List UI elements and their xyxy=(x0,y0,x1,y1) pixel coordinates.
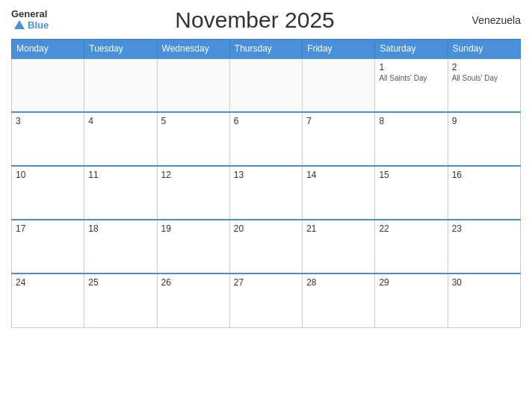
header-saturday: Saturday xyxy=(375,40,448,59)
holiday-label: All Souls' Day xyxy=(452,74,516,82)
day-cell: 6 xyxy=(229,112,302,166)
logo-general: General xyxy=(11,9,47,19)
day-cell: 25 xyxy=(84,274,157,327)
day-number: 19 xyxy=(161,223,226,234)
day-cell xyxy=(157,58,229,112)
day-number: 18 xyxy=(88,223,152,234)
day-number: 30 xyxy=(452,277,516,288)
day-number: 17 xyxy=(16,223,80,234)
day-cell: 15 xyxy=(375,166,448,220)
day-number: 27 xyxy=(234,277,298,288)
svg-marker-0 xyxy=(14,20,25,29)
day-cell: 24 xyxy=(12,274,84,327)
header-tuesday: Tuesday xyxy=(84,40,157,59)
holiday-label: All Saints' Day xyxy=(379,74,443,82)
day-cell: 17 xyxy=(12,220,84,274)
country-label: Venezuela xyxy=(461,14,521,26)
day-number: 20 xyxy=(234,223,298,234)
day-number: 1 xyxy=(379,62,443,72)
day-cell: 23 xyxy=(448,220,520,274)
day-number: 4 xyxy=(88,116,152,126)
logo-icon xyxy=(13,19,26,32)
day-cell: 14 xyxy=(303,166,375,220)
calendar-title: November 2025 xyxy=(49,7,461,33)
day-cell xyxy=(12,58,84,112)
day-cell: 21 xyxy=(303,220,375,274)
day-number: 16 xyxy=(452,170,516,180)
day-number: 23 xyxy=(452,223,516,234)
day-number: 10 xyxy=(16,170,80,180)
week-row-1: 1All Saints' Day2All Souls' Day xyxy=(12,58,521,112)
week-row-4: 17181920212223 xyxy=(12,220,521,274)
day-number: 26 xyxy=(161,277,226,288)
header-thursday: Thursday xyxy=(229,40,302,59)
day-cell: 16 xyxy=(448,166,520,220)
day-cell: 12 xyxy=(157,166,229,220)
day-cell: 9 xyxy=(448,112,520,166)
day-cell: 5 xyxy=(157,112,229,166)
day-number: 7 xyxy=(306,116,371,126)
header-sunday: Sunday xyxy=(448,40,520,59)
day-number: 13 xyxy=(234,170,298,180)
day-number: 14 xyxy=(306,170,371,180)
day-number: 29 xyxy=(379,277,443,288)
day-cell: 8 xyxy=(375,112,448,166)
logo: General Blue xyxy=(11,9,49,32)
day-cell: 18 xyxy=(84,220,157,274)
day-cell: 28 xyxy=(303,274,375,327)
day-number: 21 xyxy=(306,223,371,234)
week-row-2: 3456789 xyxy=(12,112,521,166)
header: General Blue November 2025 Venezuela xyxy=(11,7,521,33)
day-number: 5 xyxy=(161,116,226,126)
day-number: 9 xyxy=(452,116,516,126)
week-row-5: 24252627282930 xyxy=(12,274,521,327)
day-number: 12 xyxy=(161,170,226,180)
day-cell: 3 xyxy=(12,112,84,166)
day-number: 3 xyxy=(16,116,80,126)
day-number: 24 xyxy=(16,277,80,288)
day-cell: 11 xyxy=(84,166,157,220)
day-number: 22 xyxy=(379,223,443,234)
week-row-3: 10111213141516 xyxy=(12,166,521,220)
day-cell: 29 xyxy=(375,274,448,327)
day-cell xyxy=(303,58,375,112)
day-cell: 7 xyxy=(303,112,375,166)
calendar-table: Monday Tuesday Wednesday Thursday Friday… xyxy=(11,39,521,328)
header-monday: Monday xyxy=(12,40,84,59)
day-cell: 26 xyxy=(157,274,229,327)
day-number: 28 xyxy=(306,277,371,288)
logo-blue: Blue xyxy=(28,20,49,30)
day-number: 2 xyxy=(452,62,516,72)
day-cell: 10 xyxy=(12,166,84,220)
day-number: 11 xyxy=(88,170,152,180)
day-number: 25 xyxy=(88,277,152,288)
header-wednesday: Wednesday xyxy=(157,40,229,59)
day-cell: 13 xyxy=(229,166,302,220)
day-cell xyxy=(84,58,157,112)
calendar-page: General Blue November 2025 Venezuela Mon… xyxy=(0,0,532,411)
header-friday: Friday xyxy=(303,40,375,59)
day-cell: 27 xyxy=(229,274,302,327)
day-number: 8 xyxy=(379,116,443,126)
day-cell: 22 xyxy=(375,220,448,274)
day-number: 15 xyxy=(379,170,443,180)
day-cell: 4 xyxy=(84,112,157,166)
day-cell: 1All Saints' Day xyxy=(375,58,448,112)
day-cell: 2All Souls' Day xyxy=(448,58,520,112)
days-header-row: Monday Tuesday Wednesday Thursday Friday… xyxy=(12,40,521,59)
day-cell xyxy=(229,58,302,112)
day-cell: 20 xyxy=(229,220,302,274)
day-cell: 30 xyxy=(448,274,520,327)
day-cell: 19 xyxy=(157,220,229,274)
day-number: 6 xyxy=(234,116,298,126)
